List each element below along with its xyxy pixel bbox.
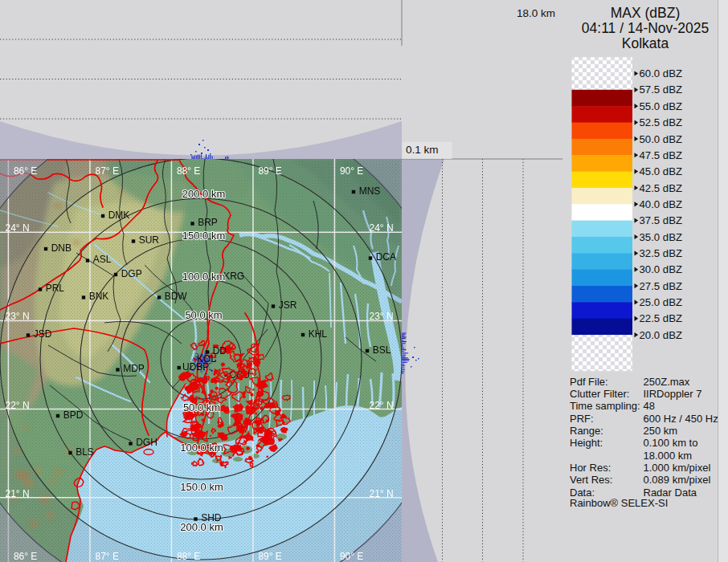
svg-text:DGP: DGP (121, 268, 142, 279)
svg-text:04:11 / 14-Nov-2025: 04:11 / 14-Nov-2025 (582, 20, 709, 36)
svg-text:22.5 dBZ: 22.5 dBZ (640, 312, 683, 324)
svg-text:BSL: BSL (373, 344, 391, 356)
svg-text:0.100 km to: 0.100 km to (644, 437, 698, 449)
svg-text:200.0 km: 200.0 km (182, 188, 225, 200)
svg-text:BNK: BNK (89, 291, 109, 302)
svg-text:Clutter Filter:: Clutter Filter: (570, 388, 629, 400)
svg-text:20.0 dBZ: 20.0 dBZ (640, 329, 683, 341)
svg-text:89° E: 89° E (258, 551, 281, 562)
svg-text:JSD: JSD (34, 328, 52, 340)
svg-text:60.0 dBZ: 60.0 dBZ (640, 67, 683, 79)
svg-text:57.5 dBZ: 57.5 dBZ (640, 83, 683, 96)
svg-text:18.0 km: 18.0 km (517, 7, 555, 19)
svg-text:50.0 dBZ: 50.0 dBZ (640, 133, 683, 145)
svg-text:UDBP: UDBP (182, 361, 209, 373)
svg-text:22° N: 22° N (370, 400, 394, 411)
svg-text:MAX (dBZ): MAX (dBZ) (611, 5, 681, 21)
svg-text:150.0 km: 150.0 km (180, 481, 223, 493)
svg-text:ASL: ASL (93, 254, 112, 265)
svg-text:KRG: KRG (223, 271, 244, 282)
svg-text:22° N: 22° N (6, 400, 30, 411)
svg-text:DCA: DCA (376, 251, 396, 263)
svg-text:40.0 dBZ: 40.0 dBZ (640, 198, 683, 210)
svg-text:55.0 dBZ: 55.0 dBZ (640, 100, 683, 112)
svg-text:MDP: MDP (123, 363, 145, 374)
svg-text:KHL: KHL (309, 328, 328, 340)
svg-text:86° E: 86° E (14, 551, 37, 562)
svg-text:Height:: Height: (570, 437, 603, 449)
svg-text:21° N: 21° N (370, 488, 394, 499)
svg-text:100.0 km: 100.0 km (182, 271, 225, 283)
svg-text:1.000 km/pixel: 1.000 km/pixel (644, 462, 711, 474)
svg-text:BPD: BPD (63, 409, 84, 421)
svg-text:IIRDoppler 7: IIRDoppler 7 (644, 388, 702, 400)
svg-text:87° E: 87° E (96, 165, 119, 177)
svg-text:37.5 dBZ: 37.5 dBZ (640, 214, 683, 226)
svg-text:Hor Res:: Hor Res: (570, 462, 611, 474)
svg-text:SUR: SUR (139, 234, 160, 246)
svg-text:50.0 km: 50.0 km (185, 309, 222, 321)
svg-text:Time sampling:: Time sampling: (570, 400, 640, 412)
svg-text:250Z.max: 250Z.max (644, 376, 690, 388)
svg-text:52.5 dBZ: 52.5 dBZ (640, 116, 683, 128)
svg-text:MNS: MNS (359, 185, 381, 197)
svg-text:24° N: 24° N (370, 222, 394, 234)
svg-text:0.089 km/pixel: 0.089 km/pixel (644, 474, 711, 486)
svg-text:88° E: 88° E (177, 165, 200, 177)
svg-text:Kolkata: Kolkata (622, 35, 669, 51)
svg-text:200.0 km: 200.0 km (180, 521, 223, 533)
svg-text:35.0 dBZ: 35.0 dBZ (640, 231, 683, 243)
svg-text:86° E: 86° E (14, 165, 37, 177)
svg-text:88° E: 88° E (177, 551, 200, 562)
svg-text:Range:: Range: (570, 425, 603, 437)
svg-text:47.5 dBZ: 47.5 dBZ (640, 149, 683, 161)
svg-text:50.0 km: 50.0 km (183, 401, 220, 413)
svg-text:Rainbow® SELEX-SI: Rainbow® SELEX-SI (570, 497, 668, 509)
svg-text:90° E: 90° E (340, 551, 363, 562)
svg-text:32.5 dBZ: 32.5 dBZ (640, 247, 683, 259)
svg-text:BLS: BLS (76, 446, 94, 458)
svg-text:24° N: 24° N (6, 222, 30, 234)
svg-text:48: 48 (644, 400, 655, 412)
svg-text:Vert Res:: Vert Res: (570, 474, 612, 486)
svg-text:0.1 km: 0.1 km (406, 144, 439, 156)
svg-text:DGH: DGH (136, 437, 157, 448)
svg-text:PRL: PRL (46, 283, 65, 294)
svg-text:100.0 km: 100.0 km (180, 442, 223, 454)
svg-text:600 Hz / 450 Hz: 600 Hz / 450 Hz (644, 413, 718, 425)
svg-text:23° N: 23° N (6, 311, 30, 322)
svg-text:89° E: 89° E (258, 165, 281, 177)
svg-text:DNB: DNB (51, 242, 72, 254)
svg-text:23° N: 23° N (370, 311, 394, 322)
svg-text:21° N: 21° N (6, 488, 30, 499)
svg-text:30.0 dBZ: 30.0 dBZ (640, 263, 683, 275)
svg-text:87° E: 87° E (96, 551, 119, 562)
svg-text:42.5 dBZ: 42.5 dBZ (640, 182, 683, 194)
svg-text:27.5 dBZ: 27.5 dBZ (640, 280, 683, 292)
svg-text:BRP: BRP (198, 217, 218, 228)
svg-text:25.0 dBZ: 25.0 dBZ (640, 296, 683, 308)
svg-text:PRF:: PRF: (570, 413, 594, 425)
svg-text:JSR: JSR (279, 299, 297, 311)
svg-text:DMK: DMK (108, 210, 130, 221)
svg-text:45.0 dBZ: 45.0 dBZ (640, 165, 683, 177)
svg-text:250 km: 250 km (644, 425, 678, 437)
svg-text:150.0 km: 150.0 km (182, 230, 225, 242)
svg-text:Pdf File:: Pdf File: (570, 376, 608, 388)
svg-text:90° E: 90° E (340, 165, 363, 177)
svg-text:18.000 km: 18.000 km (644, 450, 693, 462)
svg-text:BDW: BDW (165, 291, 188, 302)
